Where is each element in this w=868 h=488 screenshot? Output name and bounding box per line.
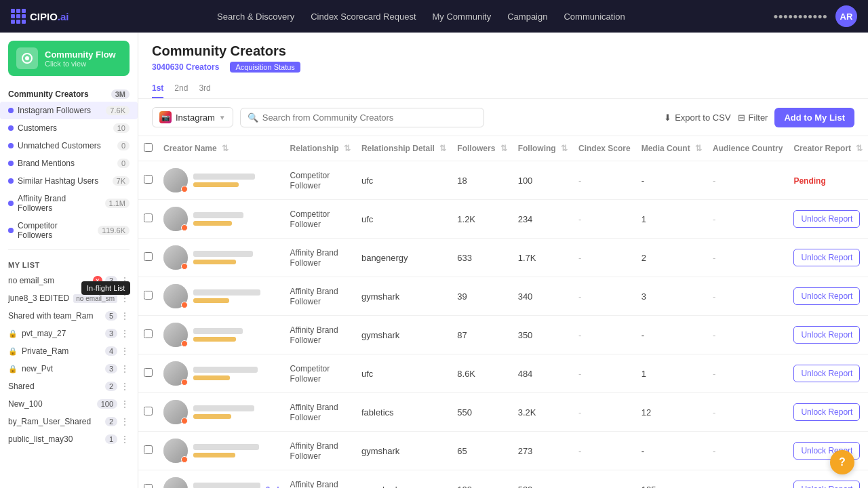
platform-select[interactable]: 📷 Instagram ▼	[152, 107, 233, 127]
tab-1st[interactable]: 1st	[152, 79, 163, 98]
list-item-new-pvt[interactable]: 🔒 new_Pvt 3 ⋮	[0, 360, 138, 378]
more-menu-icon[interactable]: ⋮	[120, 381, 130, 392]
nav-campaign[interactable]: Campaign	[507, 12, 547, 22]
unlock-report-button[interactable]: Unlock Report	[793, 210, 860, 228]
sort-icon: ⇅	[439, 144, 446, 153]
sidebar-item-customers[interactable]: Customers 10	[0, 119, 138, 137]
table-row: 2nd Affinity Brand Follower gymshark 108…	[138, 470, 868, 489]
more-menu-icon[interactable]: ⋮	[120, 416, 130, 427]
unlock-report-button[interactable]: Unlock Report	[793, 326, 860, 344]
nav-links: Search & Discovery Cindex Scorecard Requ…	[85, 12, 757, 22]
select-all-checkbox[interactable]	[144, 143, 153, 152]
relationship-cell: Affinity Brand Follower	[285, 316, 356, 354]
list-item-shared-team-ram[interactable]: Shared with team_Ram 5 ⋮	[0, 307, 138, 325]
row-checkbox[interactable]	[144, 407, 153, 415]
cindex-cell: -	[573, 470, 636, 489]
more-menu-icon[interactable]: ⋮	[120, 328, 130, 339]
row-checkbox[interactable]	[144, 291, 153, 300]
item-count: 4	[105, 346, 117, 356]
filter-button[interactable]: ⊟ Filter	[738, 113, 768, 123]
sidebar-item-unmatched[interactable]: Unmatched Customers 0	[0, 137, 138, 155]
more-menu-icon[interactable]: ⋮	[120, 310, 130, 321]
acquisition-badge[interactable]: Acquisition Status	[230, 62, 300, 73]
search-input[interactable]	[262, 113, 477, 123]
community-flow-button[interactable]: Community Flow Click to view	[8, 41, 130, 76]
export-csv-button[interactable]: ⬇ Export to CSV	[664, 113, 730, 123]
row-checkbox[interactable]	[144, 484, 153, 488]
more-menu-icon[interactable]: ⋮	[120, 434, 130, 445]
logo[interactable]: CIPIO.ai	[11, 9, 69, 24]
creator-avatar	[163, 245, 188, 270]
avatar-badge	[181, 379, 188, 386]
col-creator-report: Creator Report ⇅	[788, 136, 868, 161]
tab-3rd[interactable]: 3rd	[199, 79, 210, 98]
row-checkbox[interactable]	[144, 214, 153, 222]
unlock-report-button[interactable]: Unlock Report	[793, 481, 860, 488]
list-item-by-ram-user[interactable]: by_Ram_User_Shared 2 ⋮	[0, 413, 138, 430]
sidebar-item-instagram-followers[interactable]: Instagram Followers 7.6K	[0, 102, 138, 119]
item-count: 0	[117, 141, 130, 150]
report-cell: Unlock Report	[788, 432, 868, 470]
sidebar-item-competitor-followers[interactable]: Competitor Followers 119.6K	[0, 217, 138, 244]
media-count-cell: 1	[636, 200, 707, 239]
list-item-public-list-may30[interactable]: public_list_may30 1 ⋮	[0, 430, 138, 448]
audience-country-cell: -	[707, 316, 788, 354]
more-menu-icon[interactable]: ⋮	[120, 346, 130, 357]
report-cell: Pending	[788, 161, 868, 200]
sidebar-item-brand-mentions[interactable]: Brand Mentions 0	[0, 155, 138, 172]
following-cell: 530	[513, 470, 573, 489]
sidebar-item-hashtag-users[interactable]: Similar Hashtag Users 7K	[0, 172, 138, 190]
nav-cindex[interactable]: Cindex Scorecard Request	[311, 12, 416, 22]
row-checkbox[interactable]	[144, 175, 153, 184]
list-item-pvt-may27[interactable]: 🔒 pvt_may_27 3 ⋮	[0, 325, 138, 342]
creator-avatar	[163, 477, 188, 488]
row-checkbox[interactable]	[144, 252, 153, 261]
following-cell: 350	[513, 316, 573, 354]
logo-grid-icon	[11, 9, 26, 24]
table-header-row: Creator Name ⇅ Relationship ⇅ Relationsh…	[138, 136, 868, 161]
list-item-label: june8_3 EDITED	[8, 293, 69, 303]
user-avatar[interactable]: AR	[835, 5, 857, 27]
nav-communication[interactable]: Communication	[564, 12, 625, 22]
list-item-shared[interactable]: Shared 2 ⋮	[0, 378, 138, 395]
row-checkbox[interactable]	[144, 368, 153, 377]
rank-badge: 2nd	[266, 485, 279, 488]
more-menu-icon[interactable]: ⋮	[120, 363, 130, 374]
unlock-report-button[interactable]: Unlock Report	[793, 365, 860, 382]
chevron-down-icon: ▼	[219, 114, 226, 121]
list-item-private-ram[interactable]: 🔒 Private_Ram 4 ⋮	[0, 342, 138, 360]
item-count: 7K	[113, 176, 130, 186]
following-cell: 484	[513, 354, 573, 393]
inflight-tooltip: In-flight List	[81, 281, 130, 295]
creator-avatar	[163, 400, 188, 424]
cindex-cell: -	[573, 200, 636, 239]
tab-2nd[interactable]: 2nd	[174, 79, 188, 98]
table-row: Affinity Brand Follower gymshark 65 273 …	[138, 432, 868, 470]
row-checkbox[interactable]	[144, 445, 153, 454]
unlock-report-button[interactable]: Unlock Report	[793, 249, 860, 266]
add-to-my-list-button[interactable]: Add to My List	[774, 108, 854, 127]
dot-icon	[8, 108, 14, 113]
col-following: Following ⇅	[513, 136, 573, 161]
lock-icon: 🔒	[8, 329, 18, 338]
col-audience-country: Audience Country	[707, 136, 788, 161]
item-count: 7.6K	[106, 106, 130, 115]
unlock-report-button[interactable]: Unlock Report	[793, 287, 860, 305]
unlock-report-button[interactable]: Unlock Report	[793, 403, 860, 421]
audience-country-cell: -	[707, 277, 788, 316]
followers-cell: 550	[452, 393, 512, 432]
detail-cell: gymshark	[356, 277, 452, 316]
row-checkbox[interactable]	[144, 329, 153, 338]
help-button[interactable]: ?	[830, 450, 854, 474]
search-box[interactable]: 🔍	[240, 108, 484, 127]
sort-icon: ⇅	[856, 144, 863, 153]
list-item-new-100[interactable]: New_100 100 ⋮	[0, 395, 138, 413]
flow-label: Community Flow	[45, 49, 116, 60]
sidebar-item-affinity-brand[interactable]: Affinity Brand Followers 1.1M	[0, 190, 138, 217]
followers-cell: 633	[452, 239, 512, 277]
nav-my-community[interactable]: My Community	[433, 12, 492, 22]
more-menu-icon[interactable]: ⋮	[120, 399, 130, 409]
creator-avatar	[163, 323, 188, 347]
nav-search-discovery[interactable]: Search & Discovery	[217, 12, 294, 22]
page-title: Community Creators	[152, 43, 854, 59]
